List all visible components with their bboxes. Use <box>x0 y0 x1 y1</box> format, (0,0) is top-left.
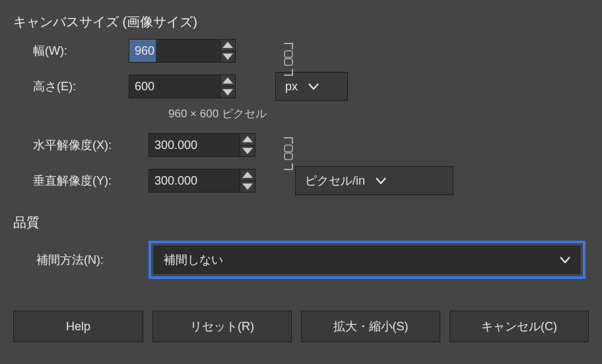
interpolation-select[interactable]: 補間しない <box>154 246 580 274</box>
reset-button[interactable]: リセット(R) <box>152 311 292 342</box>
scale-button-label: 拡大・縮小(S) <box>333 318 409 334</box>
bracket-icon <box>284 43 293 49</box>
scale-button[interactable]: 拡大・縮小(S) <box>301 311 440 342</box>
size-unit-value: px <box>285 80 298 94</box>
pixel-size-hint: 960 × 600 ピクセル <box>168 106 589 121</box>
dialog-buttons: Help リセット(R) 拡大・縮小(S) キャンセル(C) <box>13 311 589 354</box>
xres-label: 水平解像度(X): <box>13 137 149 153</box>
height-step-up[interactable] <box>220 75 235 87</box>
height-spinbox[interactable] <box>129 75 236 98</box>
yres-spinbox[interactable] <box>149 169 255 193</box>
canvas-size-heading: キャンバスサイズ (画像サイズ) <box>13 13 589 31</box>
size-fields: 幅(W): 高さ(E): px <box>13 39 589 101</box>
width-step-up[interactable] <box>220 40 235 51</box>
reset-button-label: リセット(R) <box>190 318 254 334</box>
interpolation-value: 補間しない <box>164 252 223 268</box>
quality-heading: 品質 <box>13 214 589 231</box>
chevron-up-icon <box>242 171 253 178</box>
chevron-down-icon <box>308 83 319 90</box>
yres-label: 垂直解像度(Y): <box>13 173 149 189</box>
width-step-down[interactable] <box>220 51 235 63</box>
res-unit-select[interactable]: ピクセル/in <box>295 166 453 195</box>
yres-step-down[interactable] <box>240 181 255 193</box>
width-input[interactable] <box>129 40 220 62</box>
chevron-down-icon <box>242 148 253 154</box>
chevron-down-icon <box>376 177 386 184</box>
xres-step-up[interactable] <box>240 134 255 146</box>
interpolation-focus-ring: 補間しない <box>149 241 585 279</box>
chevron-down-icon <box>242 183 253 190</box>
size-link-toggle[interactable] <box>280 43 297 76</box>
height-step-down[interactable] <box>220 87 235 98</box>
resolution-fields: 水平解像度(X): 垂直解像度(Y): ピクセル/in <box>13 133 589 195</box>
bracket-icon <box>284 164 293 170</box>
cancel-button-label: キャンセル(C) <box>481 318 557 334</box>
size-unit-select[interactable]: px <box>275 72 348 101</box>
scale-image-dialog: キャンバスサイズ (画像サイズ) 幅(W): 高さ(E): <box>0 0 602 354</box>
height-input[interactable] <box>129 75 220 98</box>
width-label: 幅(W): <box>13 43 129 59</box>
chevron-up-icon <box>222 77 233 84</box>
yres-step-up[interactable] <box>240 169 255 181</box>
chevron-up-icon <box>222 42 233 48</box>
res-link-toggle[interactable] <box>280 137 297 170</box>
xres-step-down[interactable] <box>240 146 255 157</box>
yres-input[interactable] <box>149 169 240 192</box>
help-button[interactable]: Help <box>13 311 143 342</box>
xres-spinbox[interactable] <box>149 133 255 157</box>
width-spinbox[interactable] <box>129 39 236 63</box>
chain-icon <box>283 49 294 69</box>
height-label: 高さ(E): <box>13 78 129 94</box>
chevron-up-icon <box>242 136 253 142</box>
chevron-down-icon <box>222 89 233 96</box>
xres-input[interactable] <box>149 134 240 156</box>
bracket-icon <box>284 69 293 76</box>
chain-icon <box>283 144 294 164</box>
chevron-down-icon <box>222 53 233 60</box>
bracket-icon <box>284 137 293 144</box>
chevron-down-icon <box>560 257 570 263</box>
res-unit-value: ピクセル/in <box>305 173 365 189</box>
help-button-label: Help <box>66 320 90 334</box>
interpolation-label: 補間方法(N): <box>13 252 149 268</box>
cancel-button[interactable]: キャンセル(C) <box>450 311 589 342</box>
